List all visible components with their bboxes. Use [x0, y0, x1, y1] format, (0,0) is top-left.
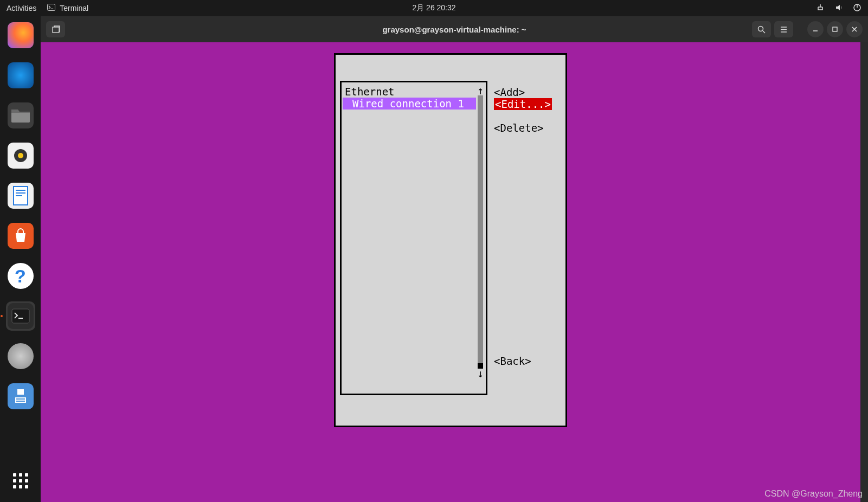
activities-button[interactable]: Activities	[7, 4, 36, 12]
window-title: grayson@grayson-virtual-machine: ~	[382, 25, 526, 34]
terminal-viewport: Ethernet Wired connection 1 ↑ ↓ <Add>	[41, 42, 860, 502]
minimize-button[interactable]	[807, 21, 824, 37]
close-button[interactable]	[846, 21, 863, 37]
apps-grid-icon	[13, 473, 28, 488]
svg-rect-11	[16, 398, 25, 400]
svg-rect-16	[833, 27, 837, 31]
svg-point-15	[758, 26, 763, 31]
dock-terminal[interactable]	[6, 301, 35, 331]
help-icon: ?	[8, 263, 34, 289]
svg-rect-0	[48, 4, 55, 10]
volume-icon[interactable]	[834, 3, 843, 14]
dock-save[interactable]	[6, 382, 35, 411]
terminal-scrollbar[interactable]	[860, 42, 868, 502]
dock-software[interactable]	[6, 221, 35, 250]
svg-point-3	[18, 153, 23, 158]
nmtui-panel: Ethernet Wired connection 1 ↑ ↓ <Add>	[334, 53, 567, 427]
connection-category: Ethernet	[343, 86, 476, 98]
scrollbar-thumb[interactable]	[478, 363, 483, 369]
dock-files[interactable]	[6, 101, 35, 130]
svg-rect-7	[16, 195, 22, 196]
scroll-up-arrow-icon[interactable]: ↑	[477, 86, 484, 95]
add-button[interactable]: <Add>	[494, 86, 525, 98]
hamburger-menu-button[interactable]	[774, 21, 793, 37]
watermark: CSDN @Grayson_Zheng	[764, 489, 863, 499]
dock-help[interactable]: ?	[6, 261, 35, 291]
edit-button[interactable]: <Edit...>	[494, 98, 552, 110]
dock-disk[interactable]	[6, 342, 35, 371]
svg-rect-14	[53, 27, 59, 33]
terminal-icon	[47, 4, 55, 12]
document-icon	[8, 183, 34, 209]
svg-rect-5	[16, 190, 25, 191]
connection-listbox[interactable]: Ethernet Wired connection 1 ↑ ↓	[340, 81, 487, 395]
dock-writer[interactable]	[6, 181, 35, 210]
connection-item-selected[interactable]: Wired connection 1	[343, 98, 476, 110]
dock: ?	[0, 16, 41, 502]
svg-rect-10	[15, 397, 26, 403]
svg-rect-13	[17, 389, 24, 395]
folder-icon	[8, 102, 34, 128]
scroll-down-arrow-icon[interactable]: ↓	[477, 369, 484, 378]
new-tab-button[interactable]	[46, 21, 65, 37]
delete-button[interactable]: <Delete>	[494, 122, 544, 134]
network-icon[interactable]	[816, 3, 825, 14]
power-icon[interactable]	[853, 3, 861, 14]
window-titlebar: grayson@grayson-virtual-machine: ~	[41, 16, 868, 42]
svg-rect-12	[16, 401, 25, 402]
dock-thunderbird[interactable]	[6, 61, 35, 90]
listbox-scrollbar[interactable]: ↑ ↓	[476, 86, 485, 378]
terminal-icon	[8, 303, 34, 329]
shopping-bag-icon	[8, 223, 34, 249]
svg-rect-8	[12, 309, 29, 323]
disc-icon	[8, 343, 34, 369]
app-menu[interactable]: Terminal	[47, 4, 88, 12]
maximize-button[interactable]	[827, 21, 843, 37]
show-applications[interactable]	[6, 466, 35, 495]
back-button[interactable]: <Back>	[494, 355, 531, 367]
svg-rect-6	[16, 192, 25, 194]
app-menu-label: Terminal	[60, 4, 88, 12]
dock-firefox[interactable]	[6, 21, 35, 50]
clock[interactable]: 2月 26 20:32	[412, 3, 455, 13]
search-button[interactable]	[752, 21, 771, 37]
dock-rhythmbox[interactable]	[6, 141, 35, 170]
speaker-icon	[8, 143, 34, 169]
floppy-icon	[8, 383, 34, 409]
top-panel: Activities Terminal 2月 26 20:32	[0, 0, 868, 16]
